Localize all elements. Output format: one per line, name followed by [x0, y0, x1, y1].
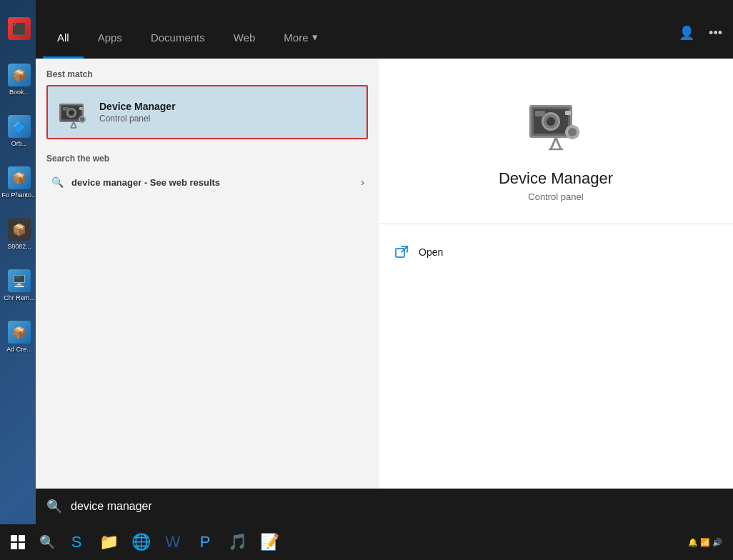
svg-rect-31: [571, 125, 574, 128]
result-text: Device Manager Control panel: [99, 101, 358, 124]
search-bar: 🔍: [36, 489, 733, 524]
desktop-icon-label-4: S8082...: [7, 243, 31, 251]
device-manager-result[interactable]: Device Manager Control panel: [46, 85, 368, 139]
desktop-icon-conveye[interactable]: ⬛: [1, 4, 37, 54]
app-preview-title: Device Manager: [499, 169, 613, 188]
svg-rect-6: [79, 107, 83, 110]
desktop-icon-2[interactable]: 🔷 Orb...: [1, 106, 37, 156]
tab-all[interactable]: All: [43, 24, 84, 59]
desktop-icon-label-5: Chr Rem...: [4, 294, 35, 302]
tab-apps[interactable]: Apps: [84, 24, 136, 59]
search-overlay: All Apps Documents Web More ▾ 👤 •••: [36, 0, 733, 524]
svg-line-27: [556, 138, 561, 149]
open-action[interactable]: Open: [379, 235, 733, 269]
open-label: Open: [419, 246, 443, 258]
web-search-section: Search the web 🔍 device manager - See we…: [36, 143, 379, 199]
web-search-text: device manager - See web results: [71, 177, 354, 188]
top-bar: All Apps Documents Web More ▾ 👤 •••: [36, 0, 733, 59]
taskbar-search-button[interactable]: 🔍: [34, 530, 59, 555]
svg-rect-24: [565, 111, 571, 115]
topbar-right: 👤 •••: [675, 21, 726, 59]
right-panel: Device Manager Control panel Open: [379, 59, 733, 524]
desktop-icon-label-6: Ad Cre...: [6, 346, 32, 354]
device-manager-icon-small: [56, 95, 91, 129]
desktop: ⬛ 📦 Book... 🔷 Orb... 📦 Fo Phanto... 📦: [0, 0, 733, 560]
svg-line-26: [551, 138, 556, 149]
svg-point-30: [568, 128, 577, 136]
windows-icon: [11, 535, 25, 549]
ellipsis-icon: •••: [709, 26, 722, 40]
web-search-label: Search the web: [46, 154, 368, 164]
result-app-subtitle: Control panel: [99, 114, 358, 124]
desktop-icon-label-2: Orb...: [11, 140, 28, 148]
more-options-button[interactable]: •••: [705, 22, 726, 44]
desktop-icons: ⬛ 📦 Book... 🔷 Orb... 📦 Fo Phanto... 📦: [0, 0, 39, 524]
taskbar-skype[interactable]: S: [61, 527, 91, 557]
left-panel: Best match: [36, 59, 379, 524]
best-match-label: Best match: [46, 69, 368, 79]
taskbar-word[interactable]: W: [158, 527, 188, 557]
svg-line-9: [74, 122, 76, 128]
device-manager-preview-icon: [520, 87, 592, 159]
desktop-icon-1[interactable]: 📦 Book...: [1, 55, 37, 105]
svg-point-12: [80, 117, 84, 121]
result-app-name: Device Manager: [99, 101, 358, 112]
svg-rect-32: [571, 136, 574, 139]
taskbar-explorer[interactable]: 📁: [94, 527, 124, 557]
more-arrow-icon: ▾: [312, 31, 318, 44]
open-icon: [393, 244, 410, 261]
tab-web[interactable]: Web: [219, 24, 270, 59]
web-search-item[interactable]: 🔍 device manager - See web results ›: [46, 169, 368, 195]
taskbar-right-area: 🔔 📶 🔊: [688, 538, 729, 547]
svg-rect-16: [84, 119, 86, 121]
svg-rect-14: [81, 121, 84, 123]
desktop-icon-label-3: Fo Phanto...: [1, 191, 36, 199]
taskbar-time: 🔔 📶 🔊: [688, 538, 722, 547]
search-content: Best match: [36, 59, 733, 524]
desktop-icon-4[interactable]: 📦 S8082...: [1, 209, 37, 259]
tab-more[interactable]: More ▾: [269, 24, 331, 59]
taskbar: 🔍 S 📁 🌐 W P 🎵 📝 🔔 📶 🔊: [0, 524, 733, 560]
app-preview-subtitle: Control panel: [528, 191, 583, 202]
svg-rect-25: [535, 111, 545, 116]
taskbar-photoshop[interactable]: P: [190, 527, 220, 557]
desktop-icon-3[interactable]: 📦 Fo Phanto...: [1, 158, 37, 208]
user-icon: 👤: [679, 26, 694, 40]
svg-rect-13: [81, 116, 84, 117]
taskbar-itunes[interactable]: 🎵: [222, 527, 252, 557]
svg-point-23: [547, 118, 550, 121]
search-bar-input[interactable]: [71, 500, 722, 513]
best-match-section: Best match: [36, 59, 379, 143]
svg-point-5: [69, 111, 74, 115]
taskbar-chrome[interactable]: 🌐: [126, 527, 156, 557]
user-button[interactable]: 👤: [675, 21, 698, 44]
search-small-icon: 🔍: [50, 175, 64, 189]
svg-rect-33: [565, 131, 568, 134]
web-search-arrow-icon: ›: [361, 176, 364, 188]
search-bar-icon: 🔍: [46, 499, 62, 514]
desktop-icon-5[interactable]: 🖥️ Chr Rem...: [1, 261, 37, 311]
taskbar-docs[interactable]: 📝: [254, 527, 284, 557]
tab-documents[interactable]: Documents: [136, 24, 219, 59]
svg-rect-7: [63, 107, 69, 111]
svg-rect-34: [577, 131, 579, 134]
desktop-icon-6[interactable]: 📦 Ad Cre...: [1, 312, 37, 362]
start-button[interactable]: [4, 528, 32, 556]
desktop-icon-label-1: Book...: [9, 89, 29, 96]
svg-rect-15: [79, 119, 80, 121]
panel-divider: [379, 224, 733, 224]
svg-line-8: [71, 122, 74, 128]
